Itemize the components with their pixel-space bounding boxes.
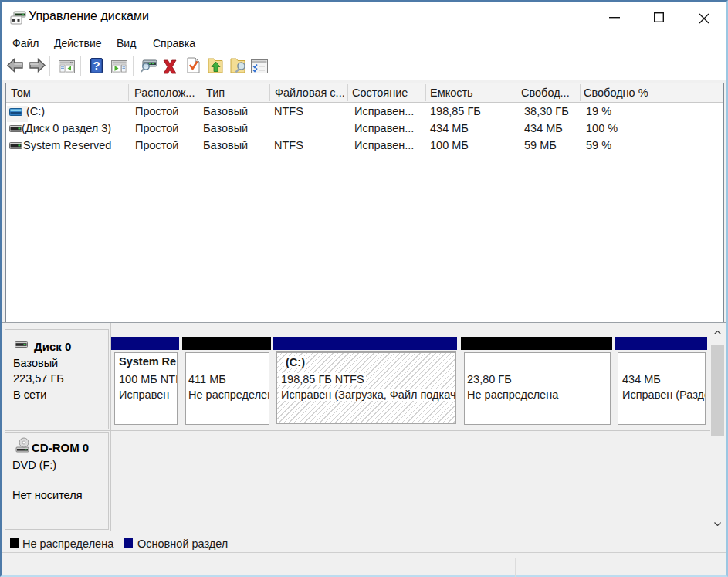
svg-text:?: ? [93,59,100,72]
